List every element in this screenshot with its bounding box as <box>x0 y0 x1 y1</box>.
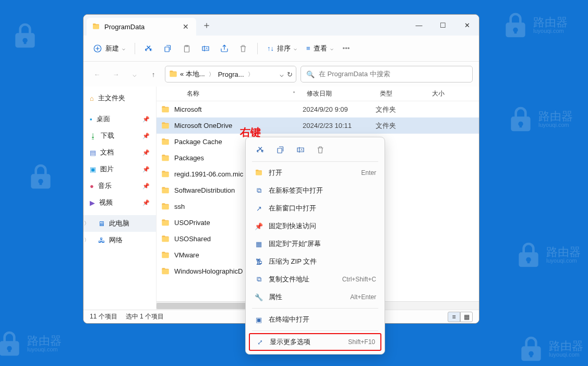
file-date: 2024/2/23 10:11 <box>303 122 376 129</box>
ctx-item-terminal[interactable]: ▣在终端中打开 <box>249 311 381 328</box>
sidebar-item-home[interactable]: ⌂ 主文件夹 <box>83 90 156 107</box>
pc-icon: 🖥 <box>98 220 105 228</box>
network-icon: 🖧 <box>98 237 105 244</box>
sidebar: ⌂ 主文件夹 ▪桌面📌 ⭳下载📌 ▤文档📌 ▣图片📌 ●音乐📌 ▶视频📌 〉🖥此… <box>83 87 157 310</box>
close-tab-icon[interactable]: ✕ <box>181 22 191 31</box>
ctx-item-copy-path[interactable]: ⧉复制文件地址Ctrl+Shift+C <box>249 270 381 288</box>
chevron-icon[interactable]: 〉 <box>246 70 255 78</box>
pin-icon: 📌 <box>142 199 150 206</box>
desktop-icon: ▪ <box>90 115 92 123</box>
ctx-copy-button[interactable] <box>273 142 289 158</box>
file-name: ssh <box>174 203 185 210</box>
pin-icon: 📌 <box>142 166 150 173</box>
home-icon: ⌂ <box>90 95 94 102</box>
view-button[interactable]: ≡ 查看 ⌵ <box>302 40 338 57</box>
file-name: SoftwareDistribution <box>174 186 235 194</box>
more-button[interactable]: ••• <box>339 40 354 57</box>
pin-icon: 📌 <box>254 222 263 230</box>
column-header-name[interactable]: 名称˄ <box>157 89 303 98</box>
nav-recent-button[interactable]: ⌵ <box>127 67 142 81</box>
details-view-button[interactable]: ≡ <box>448 312 460 322</box>
ctx-rename-button[interactable] <box>293 142 308 158</box>
music-icon: ● <box>90 182 94 190</box>
file-name: Microsoft OneDrive <box>174 122 232 129</box>
delete-button[interactable] <box>234 40 252 57</box>
address-bar: ← → ⌵ ↑ « 本地... 〉 Progra... 〉 ⌵ ↻ 🔍 在 Pr… <box>83 62 479 87</box>
column-header-type[interactable]: 类型 <box>376 89 428 98</box>
file-name: Package Cache <box>174 138 222 146</box>
ctx-item-pin-quick[interactable]: 📌固定到快速访问 <box>249 217 381 235</box>
ctx-item-properties[interactable]: 🔧属性Alt+Enter <box>249 288 381 306</box>
nav-back-button[interactable]: ← <box>90 67 104 81</box>
nav-forward-button[interactable]: → <box>109 67 123 81</box>
nav-up-button[interactable]: ↑ <box>146 67 161 81</box>
ctx-item-show-more[interactable]: ⤢显示更多选项Shift+F10 <box>249 333 381 351</box>
file-type: 文件夹 <box>376 105 428 114</box>
ctx-item-pin-start[interactable]: ▦固定到"开始"屏幕 <box>249 235 381 253</box>
column-header-size[interactable]: 大小 <box>428 89 479 98</box>
sidebar-item-videos[interactable]: ▶视频📌 <box>83 194 156 211</box>
column-header-row: 名称˄ 修改日期 类型 大小 <box>157 87 479 101</box>
newtab-icon: ⧉ <box>254 186 263 195</box>
breadcrumb-dropdown-icon[interactable]: ⌵ <box>280 70 284 78</box>
thumbnails-view-button[interactable]: ▦ <box>460 312 473 322</box>
status-item-count: 11 个项目 <box>90 312 117 321</box>
table-row[interactable]: Microsoft2024/9/20 9:09文件夹 <box>157 101 479 117</box>
pin-icon: 📌 <box>142 183 150 190</box>
new-tab-button[interactable]: ＋ <box>196 15 217 36</box>
sidebar-item-pictures[interactable]: ▣图片📌 <box>83 161 156 178</box>
ctx-item-compress[interactable]: 🗜压缩为 ZIP 文件 <box>249 253 381 270</box>
file-name: USOShared <box>174 235 211 243</box>
folder-icon <box>254 169 263 177</box>
search-icon: 🔍 <box>306 70 315 78</box>
new-button[interactable]: 新建 ⌵ <box>89 40 129 57</box>
close-window-button[interactable]: ✕ <box>455 15 479 36</box>
share-button[interactable] <box>215 40 233 57</box>
downloads-icon: ⭳ <box>90 132 97 140</box>
newwindow-icon: ↗ <box>254 205 263 212</box>
sidebar-item-desktop[interactable]: ▪桌面📌 <box>83 111 156 127</box>
column-header-date[interactable]: 修改日期 <box>303 89 376 98</box>
tab-programdata[interactable]: ProgramData ✕ <box>87 18 196 36</box>
expand-icon[interactable]: 〉 <box>84 237 89 244</box>
ctx-item-new-window[interactable]: ↗在新窗口中打开 <box>249 199 381 217</box>
breadcrumb[interactable]: « 本地... 〉 Progra... 〉 ⌵ ↻ <box>165 66 296 82</box>
sidebar-item-music[interactable]: ●音乐📌 <box>83 178 156 194</box>
ctx-item-new-tab[interactable]: ⧉在新标签页中打开 <box>249 182 381 199</box>
sidebar-item-downloads[interactable]: ⭳下载📌 <box>83 127 156 144</box>
file-name: VMware <box>174 251 199 259</box>
videos-icon: ▶ <box>90 199 95 207</box>
file-date: 2024/9/20 9:09 <box>303 105 376 113</box>
expand-icon[interactable]: 〉 <box>84 220 89 227</box>
rename-button[interactable] <box>197 40 214 57</box>
ctx-delete-button[interactable] <box>313 142 328 158</box>
cut-button[interactable] <box>140 40 158 57</box>
zip-icon: 🗜 <box>254 258 263 266</box>
ctx-item-open[interactable]: 打开Enter <box>249 164 381 182</box>
ctx-cut-button[interactable] <box>253 142 269 158</box>
file-type: 文件夹 <box>376 121 428 131</box>
copy-button[interactable] <box>159 40 177 57</box>
maximize-button[interactable]: ☐ <box>431 15 455 36</box>
start-icon: ▦ <box>254 240 263 248</box>
pin-icon: 📌 <box>142 133 150 139</box>
title-bar: ProgramData ✕ ＋ — ☐ ✕ <box>83 15 479 36</box>
documents-icon: ▤ <box>90 149 96 157</box>
more-icon: ⤢ <box>255 338 265 346</box>
pictures-icon: ▣ <box>90 166 96 173</box>
table-row[interactable]: Microsoft OneDrive2024/2/23 10:11文件夹 <box>157 117 479 134</box>
chevron-icon[interactable]: 〉 <box>207 70 216 78</box>
refresh-button[interactable]: ↻ <box>287 70 293 78</box>
copypath-icon: ⧉ <box>254 275 263 284</box>
sidebar-item-documents[interactable]: ▤文档📌 <box>83 144 156 161</box>
terminal-icon: ▣ <box>254 316 263 324</box>
file-name: regid.1991-06.com.mic <box>174 170 243 178</box>
pin-icon: 📌 <box>142 116 150 123</box>
tab-title: ProgramData <box>104 23 176 31</box>
sort-button[interactable]: ↑↓ 排序 ⌵ <box>263 40 301 57</box>
paste-button[interactable] <box>178 40 196 57</box>
search-input[interactable]: 🔍 在 ProgramData 中搜索 <box>301 66 473 82</box>
minimize-button[interactable]: — <box>407 15 431 36</box>
sidebar-item-network[interactable]: 〉🖧网络 <box>83 232 156 249</box>
sidebar-item-thispc[interactable]: 〉🖥此电脑 <box>83 215 156 232</box>
